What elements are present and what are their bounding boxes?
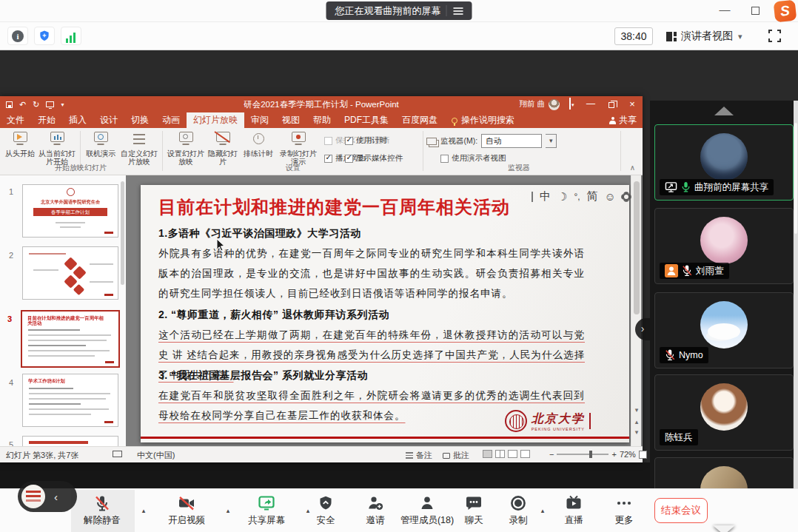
- reading-view-button[interactable]: [508, 450, 517, 458]
- more-button[interactable]: 更多: [589, 494, 660, 527]
- ppt-account[interactable]: 翔前 曲: [520, 96, 560, 112]
- slide-thumbnail-1[interactable]: 北京大学外国语学院研究生会 春季学期工作计划: [22, 184, 118, 238]
- tab-view[interactable]: 视图: [275, 112, 306, 128]
- sogou-ime-icon[interactable]: S: [774, 0, 797, 22]
- thumb-number: 3: [7, 314, 12, 323]
- tab-transitions[interactable]: 切换: [124, 112, 155, 128]
- tab-baidu-pan[interactable]: 百度网盘: [395, 112, 444, 128]
- mini-slide-preview[interactable]: [21, 485, 45, 508]
- slide-thumbnail-2[interactable]: [22, 246, 118, 300]
- ime-toolbar[interactable]: 中 ☽ °, 简 ☺: [532, 189, 630, 203]
- notes-button[interactable]: 备注: [406, 450, 432, 461]
- tab-pdf-tools[interactable]: PDF工具集: [338, 112, 395, 128]
- slide-sorter-view-button[interactable]: [495, 450, 505, 458]
- collapse-ribbon-icon[interactable]: ∧: [630, 164, 635, 172]
- use-presenter-view-checkbox[interactable]: 使用演示者视图: [440, 153, 506, 164]
- fit-to-window-button[interactable]: [639, 451, 647, 459]
- slideshow-view-button[interactable]: [520, 450, 530, 458]
- comments-button[interactable]: 批注: [443, 450, 469, 461]
- present-online-button[interactable]: 联机演示: [83, 130, 118, 158]
- tab-review[interactable]: 审阅: [244, 112, 275, 128]
- slide-thumbnail-4[interactable]: 学术工作坊&计划: [22, 374, 118, 427]
- language-indicator[interactable]: 中文(中国): [137, 450, 175, 461]
- slide-scrollbar[interactable]: ▾ ▴ ▾: [631, 175, 641, 446]
- thumbnail-scrollbar[interactable]: [121, 181, 124, 285]
- ppt-minimize-button[interactable]: —: [580, 96, 601, 112]
- participant-tile[interactable]: Nymo: [654, 292, 794, 368]
- monitor-select[interactable]: 自动: [481, 134, 542, 148]
- setup-slideshow-button[interactable]: 设置幻灯片放映: [167, 130, 204, 166]
- network-signal-button[interactable]: [61, 27, 81, 45]
- start-video-button[interactable]: 开启视频: [151, 494, 222, 527]
- from-start-button[interactable]: 从头开始: [4, 130, 36, 158]
- ppt-restore-button[interactable]: [601, 96, 622, 112]
- participant-tile[interactable]: 刘雨萱: [654, 208, 794, 284]
- present-online-icon: [94, 132, 108, 142]
- hide-slide-button[interactable]: 隐藏幻灯片: [207, 130, 238, 166]
- scroll-down-icon[interactable]: ▾: [631, 406, 642, 414]
- current-slide[interactable]: 目前在计划和推进的建党一百周年相关活动 1.多语种《习近平谈治国理政》大学习活动…: [141, 185, 629, 442]
- custom-show-button[interactable]: 自定义幻灯片放映: [118, 130, 160, 166]
- slide-thumbnail-panel[interactable]: 1 北京大学外国语学院研究生会 春季学期工作计划 2: [0, 175, 126, 446]
- ime-simplified-toggle[interactable]: 简: [587, 189, 598, 203]
- next-slide-icon[interactable]: ▾: [631, 428, 642, 436]
- zoom-out-button[interactable]: −: [549, 450, 554, 459]
- from-current-slide-button[interactable]: 从当前幻灯片开始: [37, 130, 77, 166]
- moon-icon[interactable]: ☽: [557, 190, 567, 203]
- ribbon-display-button[interactable]: [560, 96, 580, 112]
- window-maximize-button[interactable]: [751, 7, 760, 15]
- tell-me-search[interactable]: 操作说明搜索: [444, 112, 522, 128]
- video-options-arrow[interactable]: ▴: [227, 507, 230, 514]
- participant-tile-sharing[interactable]: 曲翔前的屏幕共享: [654, 124, 794, 201]
- participant-tile[interactable]: 陈钰兵: [654, 374, 794, 451]
- ppt-close-button[interactable]: ×: [622, 96, 643, 112]
- tab-home[interactable]: 开始: [31, 112, 62, 128]
- mic-muted-icon: [93, 494, 111, 512]
- previous-slide-icon[interactable]: ▴: [631, 418, 642, 425]
- fullscreen-button[interactable]: [768, 30, 781, 42]
- ime-language-toggle[interactable]: 中: [540, 189, 551, 203]
- scrollbar-thumb[interactable]: [634, 181, 640, 314]
- panel-scrollbar[interactable]: [794, 101, 798, 532]
- monitor-select-dropdown-icon[interactable]: ▾: [546, 134, 557, 148]
- ppt-share-button[interactable]: 共享: [609, 112, 637, 128]
- chevron-left-icon[interactable]: ‹: [54, 491, 58, 503]
- window-minimize-button[interactable]: —: [718, 3, 731, 16]
- ppt-titlebar[interactable]: ↶ ↻ ▾ 研会2021春季学期工作计划 - PowerPoint 翔前 曲 —…: [0, 96, 643, 112]
- zoom-percentage[interactable]: 72%: [620, 450, 636, 459]
- tab-file[interactable]: 文件: [0, 112, 31, 128]
- record-slideshow-button[interactable]: 录制幻灯片演示: [277, 130, 320, 166]
- view-mode-selector[interactable]: 演讲者视图 ▾: [666, 27, 742, 46]
- ime-punctuation-toggle[interactable]: °,: [574, 192, 580, 202]
- normal-view-button[interactable]: [483, 450, 492, 458]
- show-media-controls-checkbox[interactable]: 显示媒体控件: [345, 153, 403, 164]
- zoom-slider[interactable]: [557, 454, 608, 455]
- tab-help[interactable]: 帮助: [306, 112, 338, 128]
- notes-icon: [406, 452, 413, 459]
- ime-drag-handle-icon[interactable]: [532, 192, 533, 202]
- rehearse-timings-button[interactable]: 排练计时: [241, 130, 275, 158]
- chevron-right-icon: ›: [641, 323, 645, 334]
- tab-insert[interactable]: 插入: [62, 112, 93, 128]
- view-mode-label: 演讲者视图: [681, 30, 733, 43]
- zoom-in-button[interactable]: +: [611, 450, 616, 459]
- floating-share-widget[interactable]: ‹: [18, 481, 77, 512]
- end-meeting-button[interactable]: 结束会议: [654, 498, 708, 523]
- unmute-button[interactable]: 解除静音: [67, 494, 138, 527]
- scroll-down-arrow-icon[interactable]: [713, 525, 735, 532]
- slide-thumbnail-3-selected[interactable]: 目前在计划和推进的建党一百周年相关活动: [21, 310, 120, 368]
- smiley-icon[interactable]: ☺: [605, 190, 616, 203]
- gear-icon[interactable]: [623, 193, 630, 201]
- meeting-info-button[interactable]: i: [7, 27, 28, 45]
- slide-thumbnail-5[interactable]: [22, 436, 118, 446]
- zoom-slider-thumb[interactable]: [589, 451, 592, 458]
- scroll-up-arrow-icon[interactable]: [714, 107, 734, 115]
- tab-animations[interactable]: 动画: [155, 112, 187, 128]
- mic-options-arrow[interactable]: ▴: [142, 507, 146, 514]
- security-shield-button[interactable]: [34, 27, 55, 45]
- tab-slideshow[interactable]: 幻灯片放映: [187, 112, 244, 128]
- menu-icon[interactable]: [454, 7, 463, 9]
- use-timings-label: 使用计时: [356, 135, 387, 146]
- tab-design[interactable]: 设计: [93, 112, 124, 128]
- use-timings-checkbox[interactable]: 使用计时: [345, 135, 387, 146]
